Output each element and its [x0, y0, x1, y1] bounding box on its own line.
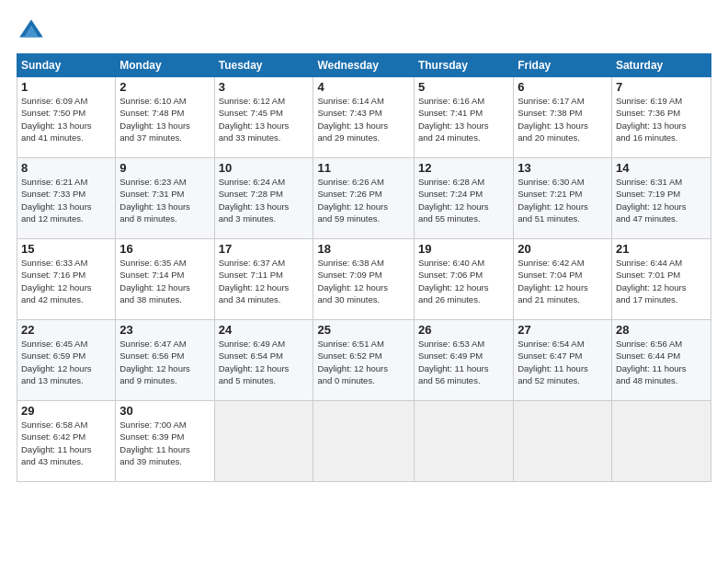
day-number: 17 — [219, 242, 310, 256]
calendar-cell: 18Sunrise: 6:38 AM Sunset: 7:09 PM Dayli… — [313, 239, 414, 320]
calendar-cell: 19Sunrise: 6:40 AM Sunset: 7:06 PM Dayli… — [414, 239, 513, 320]
day-info: Sunrise: 6:10 AM Sunset: 7:48 PM Dayligh… — [119, 95, 210, 144]
calendar-cell: 24Sunrise: 6:49 AM Sunset: 6:54 PM Dayli… — [214, 320, 313, 401]
page: SundayMondayTuesdayWednesdayThursdayFrid… — [0, 0, 728, 563]
day-number: 11 — [317, 161, 409, 175]
calendar-cell: 11Sunrise: 6:26 AM Sunset: 7:26 PM Dayli… — [313, 158, 414, 239]
calendar-cell: 25Sunrise: 6:51 AM Sunset: 6:52 PM Dayli… — [313, 320, 414, 401]
day-number: 9 — [119, 161, 210, 175]
day-number: 18 — [317, 242, 409, 256]
day-info: Sunrise: 6:42 AM Sunset: 7:04 PM Dayligh… — [518, 257, 608, 305]
calendar-table: SundayMondayTuesdayWednesdayThursdayFrid… — [17, 53, 711, 482]
day-info: Sunrise: 6:47 AM Sunset: 6:56 PM Dayligh… — [119, 338, 210, 386]
calendar-cell: 28Sunrise: 6:56 AM Sunset: 6:44 PM Dayli… — [611, 320, 711, 401]
calendar-cell: 22Sunrise: 6:45 AM Sunset: 6:59 PM Dayli… — [17, 320, 116, 401]
day-number: 8 — [21, 161, 111, 175]
weekday-header-thursday: Thursday — [414, 54, 513, 77]
calendar-week-2: 8Sunrise: 6:21 AM Sunset: 7:33 PM Daylig… — [17, 158, 711, 239]
day-number: 20 — [518, 242, 608, 256]
logo-icon — [17, 17, 46, 46]
calendar-cell — [313, 401, 414, 482]
calendar-cell: 27Sunrise: 6:54 AM Sunset: 6:47 PM Dayli… — [514, 320, 612, 401]
day-number: 25 — [317, 323, 409, 337]
day-info: Sunrise: 6:33 AM Sunset: 7:16 PM Dayligh… — [21, 257, 111, 305]
calendar-cell: 1Sunrise: 6:09 AM Sunset: 7:50 PM Daylig… — [17, 77, 116, 158]
day-number: 10 — [219, 161, 310, 175]
day-info: Sunrise: 6:24 AM Sunset: 7:28 PM Dayligh… — [219, 176, 310, 224]
day-info: Sunrise: 7:00 AM Sunset: 6:39 PM Dayligh… — [119, 419, 210, 467]
day-info: Sunrise: 6:35 AM Sunset: 7:14 PM Dayligh… — [119, 257, 210, 305]
calendar-cell: 30Sunrise: 7:00 AM Sunset: 6:39 PM Dayli… — [116, 401, 214, 482]
header — [17, 17, 711, 46]
weekday-header-friday: Friday — [514, 54, 612, 77]
day-number: 6 — [518, 80, 608, 94]
calendar-cell: 6Sunrise: 6:17 AM Sunset: 7:38 PM Daylig… — [514, 77, 612, 158]
day-number: 27 — [518, 323, 608, 337]
day-number: 26 — [418, 323, 509, 337]
day-number: 14 — [616, 161, 707, 175]
day-number: 2 — [119, 80, 210, 94]
day-info: Sunrise: 6:38 AM Sunset: 7:09 PM Dayligh… — [317, 257, 409, 305]
calendar-cell: 21Sunrise: 6:44 AM Sunset: 7:01 PM Dayli… — [611, 239, 711, 320]
calendar-cell: 26Sunrise: 6:53 AM Sunset: 6:49 PM Dayli… — [414, 320, 513, 401]
calendar-cell: 10Sunrise: 6:24 AM Sunset: 7:28 PM Dayli… — [214, 158, 313, 239]
day-info: Sunrise: 6:45 AM Sunset: 6:59 PM Dayligh… — [21, 338, 111, 386]
day-info: Sunrise: 6:09 AM Sunset: 7:50 PM Dayligh… — [21, 95, 111, 144]
day-info: Sunrise: 6:58 AM Sunset: 6:42 PM Dayligh… — [21, 419, 111, 467]
day-info: Sunrise: 6:56 AM Sunset: 6:44 PM Dayligh… — [616, 338, 707, 386]
day-info: Sunrise: 6:49 AM Sunset: 6:54 PM Dayligh… — [219, 338, 310, 386]
calendar-cell — [514, 401, 612, 482]
weekday-header-tuesday: Tuesday — [214, 54, 313, 77]
day-number: 23 — [119, 323, 210, 337]
calendar-cell — [414, 401, 513, 482]
calendar-cell: 8Sunrise: 6:21 AM Sunset: 7:33 PM Daylig… — [17, 158, 116, 239]
day-number: 24 — [219, 323, 310, 337]
day-number: 1 — [21, 80, 111, 94]
day-info: Sunrise: 6:28 AM Sunset: 7:24 PM Dayligh… — [418, 176, 509, 224]
weekday-header-sunday: Sunday — [17, 54, 116, 77]
day-info: Sunrise: 6:12 AM Sunset: 7:45 PM Dayligh… — [219, 95, 310, 144]
day-info: Sunrise: 6:37 AM Sunset: 7:11 PM Dayligh… — [219, 257, 310, 305]
day-info: Sunrise: 6:23 AM Sunset: 7:31 PM Dayligh… — [119, 176, 210, 224]
calendar-cell: 16Sunrise: 6:35 AM Sunset: 7:14 PM Dayli… — [116, 239, 214, 320]
calendar-cell: 4Sunrise: 6:14 AM Sunset: 7:43 PM Daylig… — [313, 77, 414, 158]
day-info: Sunrise: 6:21 AM Sunset: 7:33 PM Dayligh… — [21, 176, 111, 224]
day-number: 3 — [219, 80, 310, 94]
day-number: 13 — [518, 161, 608, 175]
day-number: 5 — [418, 80, 509, 94]
day-number: 30 — [119, 404, 210, 418]
weekday-header-saturday: Saturday — [611, 54, 711, 77]
calendar-week-4: 22Sunrise: 6:45 AM Sunset: 6:59 PM Dayli… — [17, 320, 711, 401]
day-number: 15 — [21, 242, 111, 256]
day-number: 16 — [119, 242, 210, 256]
calendar-cell: 5Sunrise: 6:16 AM Sunset: 7:41 PM Daylig… — [414, 77, 513, 158]
day-number: 7 — [616, 80, 707, 94]
calendar-header-row: SundayMondayTuesdayWednesdayThursdayFrid… — [17, 54, 711, 77]
day-info: Sunrise: 6:54 AM Sunset: 6:47 PM Dayligh… — [518, 338, 608, 386]
day-number: 28 — [616, 323, 707, 337]
day-info: Sunrise: 6:40 AM Sunset: 7:06 PM Dayligh… — [418, 257, 509, 305]
calendar-cell: 17Sunrise: 6:37 AM Sunset: 7:11 PM Dayli… — [214, 239, 313, 320]
day-number: 21 — [616, 242, 707, 256]
weekday-header-monday: Monday — [116, 54, 214, 77]
calendar-cell: 20Sunrise: 6:42 AM Sunset: 7:04 PM Dayli… — [514, 239, 612, 320]
day-number: 4 — [317, 80, 409, 94]
day-info: Sunrise: 6:31 AM Sunset: 7:19 PM Dayligh… — [616, 176, 707, 224]
calendar-cell: 2Sunrise: 6:10 AM Sunset: 7:48 PM Daylig… — [116, 77, 214, 158]
calendar-cell: 3Sunrise: 6:12 AM Sunset: 7:45 PM Daylig… — [214, 77, 313, 158]
calendar-cell: 29Sunrise: 6:58 AM Sunset: 6:42 PM Dayli… — [17, 401, 116, 482]
day-info: Sunrise: 6:30 AM Sunset: 7:21 PM Dayligh… — [518, 176, 608, 224]
day-number: 29 — [21, 404, 111, 418]
calendar-cell: 9Sunrise: 6:23 AM Sunset: 7:31 PM Daylig… — [116, 158, 214, 239]
day-info: Sunrise: 6:53 AM Sunset: 6:49 PM Dayligh… — [418, 338, 509, 386]
calendar-cell: 15Sunrise: 6:33 AM Sunset: 7:16 PM Dayli… — [17, 239, 116, 320]
day-info: Sunrise: 6:16 AM Sunset: 7:41 PM Dayligh… — [418, 95, 509, 144]
calendar-cell — [214, 401, 313, 482]
logo — [17, 17, 50, 46]
day-number: 19 — [418, 242, 509, 256]
calendar-week-1: 1Sunrise: 6:09 AM Sunset: 7:50 PM Daylig… — [17, 77, 711, 158]
calendar-cell: 7Sunrise: 6:19 AM Sunset: 7:36 PM Daylig… — [611, 77, 711, 158]
calendar-cell: 14Sunrise: 6:31 AM Sunset: 7:19 PM Dayli… — [611, 158, 711, 239]
day-number: 12 — [418, 161, 509, 175]
calendar-cell: 13Sunrise: 6:30 AM Sunset: 7:21 PM Dayli… — [514, 158, 612, 239]
